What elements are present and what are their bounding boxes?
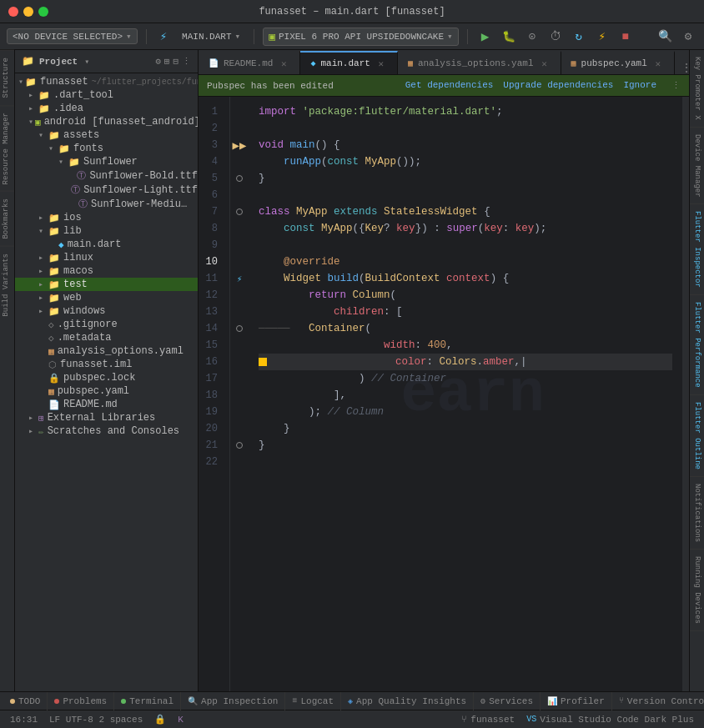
tree-action-filter[interactable]: ⊞: [164, 56, 170, 67]
fold-dot-21[interactable]: [236, 442, 243, 449]
editor-tabs: 📄 README.md ✕ ◆ main.dart ✕ ▦ analysis_o…: [199, 50, 689, 75]
bookmarks-tab[interactable]: Bookmarks: [0, 191, 14, 246]
flutter-outline-panel[interactable]: Flutter Outline: [690, 395, 704, 477]
tree-item-linux[interactable]: ▸ 📁 linux: [15, 251, 198, 264]
tree-item-pubspec-yaml[interactable]: ▦ pubspec.yaml: [15, 384, 198, 398]
tree-item-lib[interactable]: ▾ 📁 lib: [15, 224, 198, 238]
tree-item-main-dart[interactable]: ◆ main.dart: [15, 238, 198, 251]
hot-restart-button[interactable]: ⚡: [593, 28, 611, 46]
flutter-performance-panel[interactable]: Flutter Performance: [690, 295, 704, 395]
settings-button[interactable]: ⚙: [679, 28, 697, 46]
profile-button[interactable]: ⏱: [546, 28, 565, 46]
resource-manager-tab[interactable]: Resource Manager: [0, 105, 14, 191]
tree-item-sunflower-light[interactable]: Ⓣ Sunflower-Light.ttf: [15, 183, 198, 197]
chevron-icon: ▾: [28, 117, 33, 127]
tree-item-analysis-yaml[interactable]: ▦ analysis_options.yaml: [15, 344, 198, 358]
app-inspection-button[interactable]: 🔍 App Inspection: [181, 692, 285, 710]
tab-close-analysis-yaml[interactable]: ✕: [539, 58, 551, 69]
code-editor[interactable]: earn 1 2 3 4 5 6 7 8 9 10 11 12 13 14 15…: [199, 97, 689, 691]
tree-item-metadata[interactable]: ◇ .metadata: [15, 331, 198, 344]
upgrade-dependencies-action[interactable]: Upgrade dependencies: [503, 80, 613, 91]
aqi-icon: ◈: [348, 696, 353, 706]
profiler-button[interactable]: 📊 Profiler: [541, 692, 612, 710]
tree-action-gear[interactable]: ⚙: [155, 56, 161, 67]
terminal-button[interactable]: Terminal: [114, 692, 181, 710]
tab-analysis-yaml[interactable]: ▦ analysis_options.yaml ✕: [398, 51, 561, 74]
maximize-button[interactable]: [38, 7, 48, 17]
todo-button[interactable]: TODO: [3, 692, 48, 710]
tree-item-gitignore[interactable]: ◇ .gitignore: [15, 318, 198, 331]
tab-readme[interactable]: 📄 README.md ✕: [199, 51, 300, 74]
indent-arrows: ─────: [259, 320, 290, 337]
tree-item-macos[interactable]: ▸ 📁 macos: [15, 264, 198, 278]
no-device-selector[interactable]: <NO DEVICE SELECTED> ▾: [7, 28, 138, 44]
flutter-reload-button[interactable]: ↻: [570, 28, 588, 46]
tab-main-dart[interactable]: ◆ main.dart ✕: [300, 51, 397, 74]
fold-dot-5[interactable]: [236, 175, 243, 182]
tab-close-pubspec-yaml[interactable]: ✕: [652, 58, 664, 69]
get-dependencies-action[interactable]: Get dependencies: [405, 80, 494, 91]
tree-item-ext-libs[interactable]: ▸ ⊞ External Libraries: [15, 411, 198, 424]
tree-item-sunflower-medium[interactable]: Ⓣ Sunflower-Medium.ttf: [15, 197, 198, 211]
tree-item-fonts[interactable]: ▾ 📁 fonts: [15, 142, 198, 155]
search-everywhere-button[interactable]: 🔍: [656, 28, 674, 46]
close-button[interactable]: [8, 7, 18, 17]
version-control-button[interactable]: ⑂ Version Control: [612, 692, 704, 710]
flutter-inspector-panel[interactable]: Flutter Inspector: [690, 204, 704, 295]
main-dart-selector[interactable]: MAIN.DART ▾: [177, 29, 245, 43]
branch-status[interactable]: ⑂ funasset: [456, 710, 520, 729]
coverage-button[interactable]: ⊙: [523, 28, 541, 46]
tree-item-scratches[interactable]: ▸ ✏ Scratches and Consoles: [15, 424, 198, 438]
class-buildcontext: BuildContext: [365, 270, 440, 287]
tree-item-test[interactable]: ▸ 📁 test: [15, 278, 198, 291]
tree-item-funasset-root[interactable]: ▾ 📁 funasset ~/flutter_projects/funa: [15, 75, 198, 88]
build-variants-tab[interactable]: Build Variants: [0, 246, 14, 324]
tab-pubspec-yaml[interactable]: ▦ pubspec.yaml ✕: [561, 51, 675, 74]
notification-more-icon[interactable]: ⋮: [671, 80, 681, 91]
override-annotation: @override: [284, 254, 340, 270]
gutter-3: ▶▶: [230, 137, 249, 153]
tab-close-readme[interactable]: ✕: [278, 58, 289, 69]
logcat-button[interactable]: ≡ Logcat: [285, 692, 341, 710]
structure-tab[interactable]: Structure: [0, 50, 14, 105]
tree-item-pubspec-lock[interactable]: 🔒 pubspec.lock: [15, 371, 198, 384]
services-button[interactable]: ⚙ Services: [474, 692, 541, 710]
scrollbar[interactable]: [682, 97, 689, 691]
tabs-more-button[interactable]: ⋮: [675, 62, 689, 74]
key-promoter-panel[interactable]: Key Promoter X: [690, 50, 704, 128]
tree-action-more[interactable]: ⋮: [182, 56, 191, 67]
device-manager-panel[interactable]: Device Manager: [690, 128, 704, 205]
running-devices-panel[interactable]: Running Devices: [690, 550, 704, 631]
debug-button[interactable]: 🐛: [500, 28, 518, 46]
tree-item-sunflower[interactable]: ▾ 📁 Sunflower: [15, 155, 198, 168]
tree-item-iml[interactable]: ⬡ funasset.iml: [15, 358, 198, 371]
stop-button[interactable]: ■: [616, 28, 635, 46]
gutter-6: [230, 187, 249, 203]
space: [284, 137, 290, 153]
tree-action-collapse[interactable]: ⊟: [173, 56, 179, 67]
tree-item-idea[interactable]: ▸ 📁 .idea: [15, 102, 198, 115]
ignore-action[interactable]: Ignore: [623, 80, 656, 91]
fold-dot-14[interactable]: [236, 325, 243, 332]
code-content[interactable]: import 'package:flutter/material.dart' ;…: [249, 97, 682, 691]
tree-item-assets[interactable]: ▾ 📁 assets: [15, 128, 198, 142]
tree-item-sunflower-bold[interactable]: Ⓣ Sunflower-Bold.ttf: [15, 168, 198, 183]
app-quality-insights-button[interactable]: ◈ App Quality Insights: [341, 692, 474, 710]
tree-item-ios[interactable]: ▸ 📁 ios: [15, 211, 198, 224]
line-num-21: 21: [199, 437, 223, 454]
tree-item-dart-tool[interactable]: ▸ 📁 .dart_tool: [15, 88, 198, 102]
device-selector[interactable]: ▣ PIXEL 6 PRO API UPSIDEDOWNCAKE ▾: [263, 28, 459, 46]
tree-item-readme[interactable]: 📄 README.md: [15, 398, 198, 411]
encoding-status[interactable]: LF UTF-8 2 spaces: [44, 710, 148, 729]
tree-item-windows[interactable]: ▸ 📁 windows: [15, 304, 198, 318]
minimize-button[interactable]: [23, 7, 33, 17]
tab-close-main-dart[interactable]: ✕: [375, 58, 387, 69]
run-button[interactable]: ▶: [476, 28, 495, 46]
notifications-panel[interactable]: Notifications: [690, 477, 704, 550]
problems-button[interactable]: Problems: [48, 692, 114, 710]
tree-item-web[interactable]: ▸ 📁 web: [15, 291, 198, 304]
indent: [259, 337, 384, 354]
fold-dot-7[interactable]: [236, 208, 243, 215]
indent: [259, 270, 284, 287]
tree-item-android[interactable]: ▾ ▣ android [funasset_android]: [15, 115, 198, 128]
